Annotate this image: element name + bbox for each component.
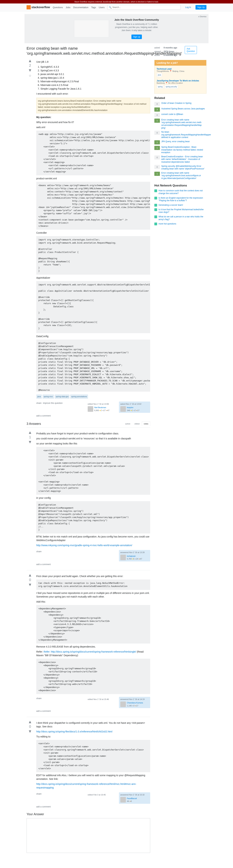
related-link[interactable]: Error creating bean with name 'org.sprin… (161, 172, 206, 180)
hot-link[interactable]: more hot questions (158, 222, 176, 225)
bronze-badge: 47 (139, 558, 142, 560)
related-link[interactable]: Autowired Spring Beans across Java packa… (161, 107, 205, 112)
logo[interactable]: stackoverflow (27, 5, 50, 9)
upvote-button[interactable]: ▲ (27, 573, 33, 577)
hot-link[interactable]: What do we call a person in a war who ho… (158, 215, 206, 221)
answer-editor[interactable] (27, 818, 150, 853)
nav-jobs[interactable]: Jobs (66, 6, 70, 9)
related-count: 0 (154, 131, 160, 135)
external-link[interactable]: http://docs.spring.io/spring/docs/curren… (36, 783, 137, 789)
related-item[interactable]: 0Order of bean Creation in Spring (154, 102, 206, 106)
job-tag: spring-security (165, 85, 178, 89)
related-link[interactable]: BeanCreationException - Error creating b… (161, 155, 206, 163)
related-item[interactable]: 1Error creating bean with name 'org.spri… (154, 172, 206, 180)
hot-link[interactable]: Generating a soccer team! (158, 204, 183, 207)
hot-link[interactable]: Is there an English equivalent for the e… (158, 197, 206, 202)
hot-item[interactable]: Generating a soccer team! (154, 204, 206, 207)
editor-name[interactable]: Niel Beukman (94, 406, 109, 409)
related-item[interactable]: 0BeanCreationException - Error creating … (154, 155, 206, 163)
related-item[interactable]: 0No bean org.springframework.RequestMapp… (154, 131, 206, 139)
asker-name[interactable]: kopylov (127, 406, 139, 409)
downvote-button[interactable]: ▼ (27, 729, 33, 734)
downvote-button[interactable]: ▼ (27, 440, 33, 444)
code-productxml[interactable]: <beans xmlns="http://www.springframework… (36, 182, 150, 230)
upvote-button[interactable]: ▲ (27, 430, 33, 435)
code-block[interactable]: <dependencyManagement> <dependencies> <d… (36, 605, 150, 644)
code-block[interactable]: @Configuration @EnableTransactionManagem… (36, 501, 150, 533)
downvote-button[interactable]: ▼ (27, 583, 33, 587)
code-block[interactable]: <dependencies> <dependency> <groupId>org… (36, 659, 150, 694)
add-comment-link[interactable]: add a comment (36, 414, 150, 417)
answer-post: ▲ 1 ▼ Probably you have forgot to import… (27, 430, 150, 566)
hot-item[interactable]: How to convince sushi that the contest d… (154, 189, 206, 195)
external-link[interactable]: Refer: http://docs.spring.io/spring/docs… (43, 650, 136, 653)
external-link[interactable]: http://docs.spring.io/spring-flex/docs/1… (36, 730, 112, 733)
job-item[interactable]: Technical Lead ThoughtWorks 📍 Beijing, C… (156, 68, 204, 77)
nav-documentation[interactable]: Documentation (73, 6, 88, 9)
hot-link[interactable]: Is it true that the Prophet Muhammad boi… (158, 208, 206, 214)
share-link[interactable]: share (36, 697, 41, 708)
nav-questions[interactable]: Questions (53, 6, 63, 9)
signup-button[interactable]: Sign Up (196, 5, 206, 9)
related-item[interactable]: 3Autowired Spring Beans across Java pack… (154, 107, 206, 112)
tag[interactable]: spring-annotations (70, 395, 88, 399)
hot-item[interactable]: Is it true that the Prophet Muhammad boi… (154, 208, 206, 214)
add-comment-link[interactable]: add a comment (36, 805, 150, 808)
tab-active[interactable]: active (123, 422, 132, 426)
code-dataconfig[interactable]: @Configuration @EnableTransactionManagem… (36, 340, 150, 392)
upvote-button[interactable]: ▲ (27, 59, 33, 63)
add-comment-link[interactable]: add a comment (36, 563, 150, 566)
related-item[interactable]: 1Spring BeanCreationException : Bean ins… (154, 146, 206, 154)
code-block[interactable]: <servlet> <servlet-name>product</servlet… (36, 447, 150, 495)
code-block[interactable]: Can check with this: nested exception is… (36, 580, 150, 590)
upvote-button[interactable]: ▲ (27, 720, 33, 724)
related-count: 0 (154, 165, 160, 169)
related-link[interactable]: Spring BeanCreationException : Bean inst… (161, 146, 206, 154)
hot-item[interactable]: Is there an English equivalent for the e… (154, 197, 206, 202)
related-link[interactable]: Order of bean Creation in Spring (161, 102, 191, 106)
user-name[interactable]: kuhajeyan (127, 555, 142, 558)
tag[interactable]: java (36, 395, 42, 399)
related-link[interactable]: Spring security @EnableWebSecurity Error… (161, 165, 206, 170)
code-block[interactable]: <servlet> <servlet-name>product</servlet… (36, 740, 150, 772)
downvote-button[interactable]: ▼ (27, 68, 33, 72)
related-link[interactable]: convert code to @Bean (161, 113, 183, 117)
share-link[interactable]: share (36, 402, 41, 413)
share-link[interactable]: share (36, 550, 41, 561)
improve-link[interactable]: improve this question (43, 402, 62, 413)
related-link[interactable]: JPA Query, error creating bean (161, 140, 190, 145)
nav-users[interactable]: Users (99, 6, 105, 9)
tab-votes[interactable]: votes (142, 422, 150, 426)
user-name[interactable]: FaceBiscuit (127, 797, 137, 800)
hot-link[interactable]: How to convince sushi that the contest d… (158, 189, 206, 195)
related-item[interactable]: 0Spring security @EnableWebSecurity Erro… (154, 165, 206, 170)
code-appinit[interactable]: import org.springframework.web.servlet.s… (36, 281, 150, 333)
nav-tags[interactable]: Tags (91, 6, 96, 9)
related-link[interactable]: Error creating bean with name 'org.sprin… (161, 119, 206, 129)
related-item[interactable]: 0convert code to @Bean (154, 113, 206, 117)
job-item[interactable]: Java/Spring Developer To Work on Article… (156, 80, 204, 89)
add-comment-link[interactable]: add a comment (36, 710, 150, 713)
hot-item[interactable]: more hot questions (154, 222, 206, 225)
related-link[interactable]: No bean org.springframework.RequestMappi… (161, 131, 211, 139)
code-controller[interactable]: import org.springframework.stereotype.Co… (36, 236, 150, 275)
share-link[interactable]: share (36, 792, 41, 804)
hero-signup-button[interactable]: Sign up (132, 35, 142, 39)
hot-item[interactable]: What do we call a person in a war who ho… (154, 215, 206, 221)
user-name[interactable]: Chandana Kumara (127, 701, 143, 704)
tag[interactable]: spring-data-jpa (55, 395, 69, 399)
list-item: hibernate-entitymanager:4.2.5.Final (40, 80, 150, 83)
tag[interactable]: spring-mvc (42, 395, 54, 399)
code-webxml[interactable]: <web-app xmlns="http://xmlns.jcp.org/xml… (36, 130, 150, 175)
related-item[interactable]: 1JPA Query, error creating bean (154, 140, 206, 145)
job-company: ThoughtWorks (156, 70, 169, 72)
favorite-button[interactable]: ☆ (27, 74, 33, 78)
search-input[interactable] (108, 5, 181, 10)
external-link[interactable]: http://www.mkyong.com/spring-mvc/gradle-… (36, 544, 132, 547)
answer-text: I dont think your dispatcher is configur… (36, 721, 150, 728)
dismiss-button[interactable]: x Dismiss (198, 16, 206, 18)
tab-oldest[interactable]: oldest (133, 422, 141, 426)
editor-rep: 6,865 (94, 409, 99, 411)
related-item[interactable]: 1Error creating bean with name 'org.spri… (154, 119, 206, 129)
login-button[interactable]: Log In (183, 5, 193, 9)
